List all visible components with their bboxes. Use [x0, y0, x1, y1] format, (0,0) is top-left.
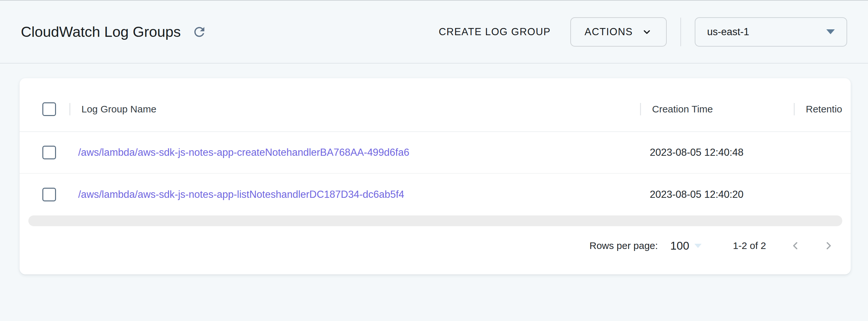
row-cell-select: [20, 146, 69, 159]
rows-per-page-value: 100: [670, 239, 689, 252]
page-header: CloudWatch Log Groups CREATE LOG GROUP A…: [0, 1, 868, 63]
app-window: CloudWatch Log Groups CREATE LOG GROUP A…: [0, 0, 868, 321]
column-header-log-group-name[interactable]: Log Group Name: [82, 104, 156, 115]
region-value: us-east-1: [707, 26, 749, 38]
row-cell-creation-time: 2023-08-05 12:40:48: [640, 147, 794, 158]
log-group-link[interactable]: /aws/lambda/aws-sdk-js-notes-app-createN…: [78, 147, 409, 158]
refresh-button[interactable]: [192, 24, 207, 39]
column-divider: [640, 103, 641, 115]
actions-button[interactable]: ACTIONS: [570, 17, 667, 47]
next-page-button[interactable]: [822, 239, 835, 252]
rows-per-page-label: Rows per page:: [590, 240, 658, 251]
row-checkbox[interactable]: [42, 146, 56, 159]
header-cell-creation-time: Creation Time: [640, 103, 794, 115]
create-log-group-button[interactable]: CREATE LOG GROUP: [431, 26, 559, 38]
row-checkbox[interactable]: [42, 188, 56, 201]
column-divider: [69, 103, 70, 115]
log-group-link[interactable]: /aws/lambda/aws-sdk-js-notes-app-listNot…: [78, 189, 404, 200]
header-cell-log-group-name: Log Group Name: [69, 103, 640, 115]
caret-down-icon: [826, 29, 835, 34]
table-header-row: Log Group Name Creation Time Retentio: [20, 78, 851, 132]
refresh-icon: [192, 24, 207, 39]
select-all-checkbox[interactable]: [42, 102, 56, 116]
column-header-creation-time[interactable]: Creation Time: [652, 104, 713, 115]
previous-page-button[interactable]: [789, 239, 802, 252]
row-cell-log-group-name: /aws/lambda/aws-sdk-js-notes-app-listNot…: [69, 189, 640, 200]
creation-time-value: 2023-08-05 12:40:48: [650, 147, 744, 158]
chevron-down-icon: [641, 26, 652, 37]
log-groups-card: Log Group Name Creation Time Retentio /a…: [20, 78, 851, 274]
row-cell-creation-time: 2023-08-05 12:40:20: [640, 189, 794, 200]
actions-button-label: ACTIONS: [585, 26, 633, 38]
page-title: CloudWatch Log Groups: [21, 24, 181, 40]
header-cell-select: [20, 102, 69, 116]
table-row: /aws/lambda/aws-sdk-js-notes-app-createN…: [20, 132, 851, 174]
chevron-left-icon: [789, 239, 802, 252]
pagination: Rows per page: 100 1-2 of 2: [20, 226, 851, 265]
table-row: /aws/lambda/aws-sdk-js-notes-app-listNot…: [20, 174, 851, 215]
header-divider: [680, 18, 681, 46]
column-divider: [794, 103, 795, 115]
row-cell-select: [20, 188, 69, 201]
pagination-range: 1-2 of 2: [733, 240, 766, 251]
region-select[interactable]: us-east-1: [695, 17, 847, 47]
caret-down-icon: [694, 244, 702, 248]
chevron-right-icon: [822, 239, 835, 252]
column-header-retention[interactable]: Retentio: [806, 104, 842, 115]
creation-time-value: 2023-08-05 12:40:20: [650, 189, 744, 200]
rows-per-page-select[interactable]: 100: [670, 239, 702, 252]
row-cell-log-group-name: /aws/lambda/aws-sdk-js-notes-app-createN…: [69, 147, 640, 158]
header-cell-retention: Retentio: [794, 103, 851, 115]
horizontal-scrollbar[interactable]: [28, 215, 842, 226]
